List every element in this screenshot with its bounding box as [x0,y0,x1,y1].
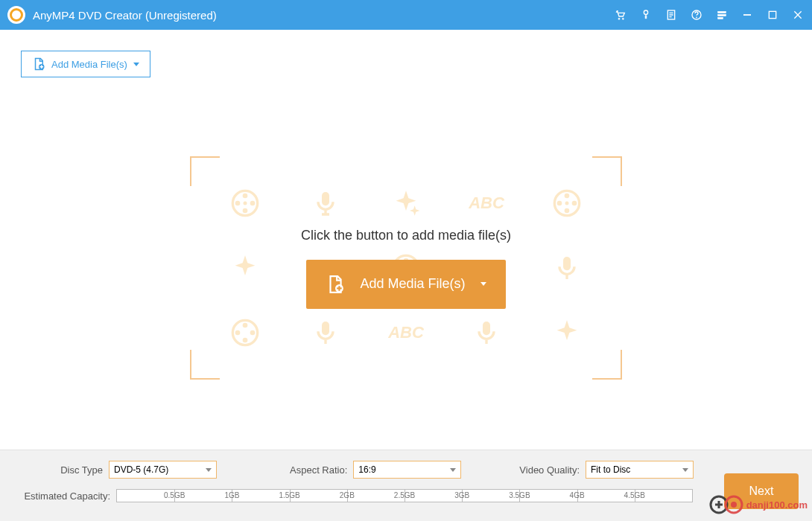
dropzone-hint: Click the button to add media file(s) [301,228,511,243]
chevron-down-icon [133,63,139,66]
capacity-tick-label: 3GB [454,491,469,499]
add-media-label: Add Media File(s) [51,59,127,70]
svg-rect-10 [769,11,775,18]
app-logo-icon [7,6,25,24]
video-quality-value: Fit to Disc [591,464,630,475]
titlebar: AnyMP4 DVD Creator (Unregistered) [0,0,812,30]
aspect-ratio-select[interactable]: 16:9 [353,461,461,479]
file-add-icon [32,57,45,71]
svg-point-0 [618,18,620,19]
main-area: ABC ABC ABC ABC Click the button to add … [0,97,812,439]
svg-rect-8 [718,17,723,19]
next-button[interactable]: Next [724,473,799,509]
file-add-icon [326,275,345,294]
capacity-tick-label: 4GB [570,491,585,499]
menu-icon[interactable] [715,8,729,22]
dropzone[interactable]: ABC ABC ABC ABC Click the button to add … [190,156,622,380]
chevron-down-icon [682,468,688,472]
maximize-button[interactable] [766,8,779,22]
video-quality-select[interactable]: Fit to Disc [586,461,694,479]
chevron-down-icon [480,282,486,286]
capacity-tick-label: 1GB [224,491,239,499]
capacity-tick-label: 1.5GB [279,491,299,499]
app-title: AnyMP4 DVD Creator (Unregistered) [33,9,217,22]
chevron-down-icon [206,468,212,472]
document-icon[interactable] [664,8,678,22]
video-quality-label: Video Quality: [519,464,580,476]
capacity-tick-label: 0.5GB [164,491,185,499]
add-media-big-label: Add Media File(s) [360,276,465,292]
estimated-capacity-label: Estimated Capacity: [22,490,110,502]
disc-type-select[interactable]: DVD-5 (4.7G) [109,461,217,479]
disc-type-label: Disc Type [22,464,103,476]
add-media-button[interactable]: Add Media File(s) [21,51,150,77]
svg-point-5 [696,17,697,18]
toolbar: Add Media File(s) [0,30,812,77]
svg-point-1 [622,18,624,19]
aspect-ratio-label: Aspect Ratio: [290,464,347,476]
capacity-tick-label: 3.5GB [509,491,530,499]
close-button[interactable] [791,8,805,22]
titlebar-actions [614,8,805,22]
aspect-ratio-value: 16:9 [358,464,375,475]
svg-rect-7 [718,14,726,16]
cart-icon[interactable] [614,8,627,22]
svg-rect-9 [743,14,750,15]
svg-rect-6 [718,11,726,13]
disc-type-value: DVD-5 (4.7G) [114,464,168,475]
help-icon[interactable] [690,8,703,22]
svg-point-2 [644,10,647,14]
capacity-tick-label: 2.5GB [394,491,415,499]
minimize-button[interactable] [740,8,754,22]
capacity-tick-label: 2GB [340,491,355,499]
capacity-tick-label: 4.5GB [624,491,645,499]
bottom-panel: Disc Type DVD-5 (4.7G) Aspect Ratio: 16:… [0,450,812,521]
dropzone-content: Click the button to add media file(s) Ad… [190,156,622,380]
chevron-down-icon [450,468,456,472]
capacity-bar: 0.5GB1GB1.5GB2GB2.5GB3GB3.5GB4GB4.5GB [116,489,693,502]
add-media-big-button[interactable]: Add Media File(s) [306,260,506,309]
key-icon[interactable] [639,8,653,22]
